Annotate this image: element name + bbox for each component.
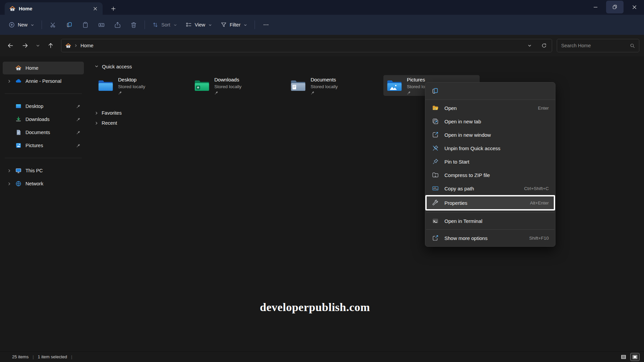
menu-item-label: Open <box>444 105 457 111</box>
sidebar-item-this-pc[interactable]: This PC <box>3 164 84 177</box>
menu-item-open-in-new-tab[interactable]: Open in new tab <box>427 115 553 128</box>
context-menu: Open Enter Open in new tab Open in new w… <box>425 82 555 247</box>
chevron-down-icon <box>244 23 247 27</box>
menu-item-properties[interactable]: Properties Alt+Enter <box>425 195 555 210</box>
tile-subtitle: Stored locally <box>118 83 145 90</box>
forward-button[interactable] <box>18 39 32 52</box>
quick-access-header[interactable]: Quick access <box>95 62 644 71</box>
sidebar-item-network[interactable]: Network <box>3 177 84 190</box>
tab-title: Home <box>19 6 87 11</box>
tile-downloads[interactable]: Downloads Stored locally <box>191 75 287 96</box>
open-in-new-window-icon <box>432 131 439 138</box>
tile-name: Documents <box>311 76 338 83</box>
search-box[interactable] <box>557 39 639 52</box>
favorites-header[interactable]: Favorites <box>95 108 644 118</box>
menu-item-shortcut: Ctrl+Shift+C <box>524 186 549 191</box>
filter-label: Filter <box>230 22 240 27</box>
titlebar: Home <box>0 0 644 15</box>
view-button[interactable]: View <box>182 18 216 31</box>
copy-icon[interactable] <box>431 87 439 95</box>
menu-item-open-in-terminal[interactable]: Open in Terminal <box>427 214 553 228</box>
share-button[interactable] <box>110 18 125 31</box>
downloads-folder-icon <box>194 79 210 92</box>
paste-button[interactable] <box>77 18 93 31</box>
breadcrumb-segment-home[interactable]: Home <box>80 43 94 48</box>
sort-icon <box>152 22 158 28</box>
sidebar-item-label: Downloads <box>25 117 50 122</box>
downloads-icon <box>15 116 22 122</box>
menu-item-label: Copy as path <box>444 186 474 191</box>
status-bar: 25 items | 1 item selected | <box>0 351 644 362</box>
tile-documents[interactable]: Documents Stored locally <box>287 75 383 96</box>
quick-access-tiles: Desktop Stored locally Downloads Stored … <box>95 75 644 96</box>
sidebar-item-home[interactable]: Home <box>3 62 84 74</box>
minimize-button[interactable] <box>586 0 605 14</box>
new-button[interactable]: New <box>5 18 38 31</box>
menu-item-label: Open in new window <box>444 132 491 138</box>
close-button[interactable] <box>625 0 644 14</box>
search-input[interactable] <box>561 43 627 48</box>
chevron-right-icon[interactable] <box>7 182 11 186</box>
breadcrumb[interactable]: Home <box>61 39 552 52</box>
back-button[interactable] <box>3 39 17 52</box>
tile-subtitle: Stored locally <box>311 83 338 90</box>
rename-button[interactable] <box>94 18 109 31</box>
window-controls <box>586 0 644 14</box>
sidebar-item-onedrive[interactable]: Annie - Personal <box>3 75 84 87</box>
menu-item-compress-zip[interactable]: Compress to ZIP file <box>427 168 553 182</box>
explorer-tab-home[interactable]: Home <box>5 2 103 15</box>
cut-button[interactable] <box>45 18 61 31</box>
tile-name: Downloads <box>214 76 241 83</box>
chevron-down-icon <box>31 23 34 27</box>
search-icon <box>630 43 635 48</box>
scissors-icon <box>50 22 56 28</box>
desktop-folder-icon <box>98 79 113 92</box>
menu-item-pin-to-start[interactable]: Pin to Start <box>427 155 553 168</box>
refresh-icon[interactable] <box>538 40 550 51</box>
chevron-right-icon[interactable] <box>7 79 11 83</box>
new-label: New <box>18 22 28 27</box>
address-dropdown-chevron[interactable] <box>524 40 535 51</box>
menu-item-copy-as-path[interactable]: Copy as path Ctrl+Shift+C <box>427 182 553 195</box>
sidebar-item-pictures[interactable]: Pictures <box>3 139 84 152</box>
recent-locations-chevron[interactable] <box>33 39 43 52</box>
tile-desktop[interactable]: Desktop Stored locally <box>95 75 191 96</box>
menu-item-label: Unpin from Quick access <box>444 145 500 151</box>
delete-button[interactable] <box>126 18 141 31</box>
chevron-down-icon[interactable] <box>95 64 99 68</box>
menu-item-label: Compress to ZIP file <box>444 172 490 178</box>
desktop-icon <box>15 103 22 109</box>
copy-button[interactable] <box>61 18 77 31</box>
pictures-folder-icon <box>387 79 402 92</box>
menu-item-unpin-quick-access[interactable]: Unpin from Quick access <box>427 141 553 155</box>
up-button[interactable] <box>44 39 58 52</box>
menu-item-open-in-new-window[interactable]: Open in new window <box>427 128 553 141</box>
sort-label: Sort <box>161 22 170 27</box>
restore-button[interactable] <box>606 1 624 13</box>
new-tab-button[interactable] <box>109 4 118 13</box>
home-icon <box>15 65 22 71</box>
documents-icon <box>15 129 22 135</box>
sort-button[interactable]: Sort <box>148 18 181 31</box>
ellipsis-icon <box>263 22 269 28</box>
details-view-icon[interactable] <box>619 353 628 361</box>
chevron-right-icon[interactable] <box>95 111 98 115</box>
tab-close-icon[interactable] <box>91 4 100 13</box>
recent-header[interactable]: Recent <box>95 118 644 128</box>
network-globe-icon <box>15 181 22 187</box>
more-options-button[interactable] <box>258 18 274 31</box>
chevron-right-icon[interactable] <box>95 121 98 125</box>
filter-button[interactable]: Filter <box>217 18 251 31</box>
menu-item-show-more-options[interactable]: Show more options Shift+F10 <box>427 231 553 245</box>
sidebar-item-documents[interactable]: Documents <box>3 126 84 139</box>
menu-item-open[interactable]: Open Enter <box>427 101 553 115</box>
chevron-right-icon[interactable] <box>7 169 11 173</box>
menu-item-label: Open in Terminal <box>444 218 482 224</box>
chevron-down-icon <box>208 23 212 27</box>
pin-outline-icon <box>432 158 439 165</box>
pictures-icon <box>15 142 22 148</box>
large-icons-view-icon[interactable] <box>631 353 639 361</box>
sidebar-item-downloads[interactable]: Downloads <box>3 113 84 126</box>
sidebar-item-desktop[interactable]: Desktop <box>3 100 84 113</box>
chevron-down-icon <box>173 23 177 27</box>
